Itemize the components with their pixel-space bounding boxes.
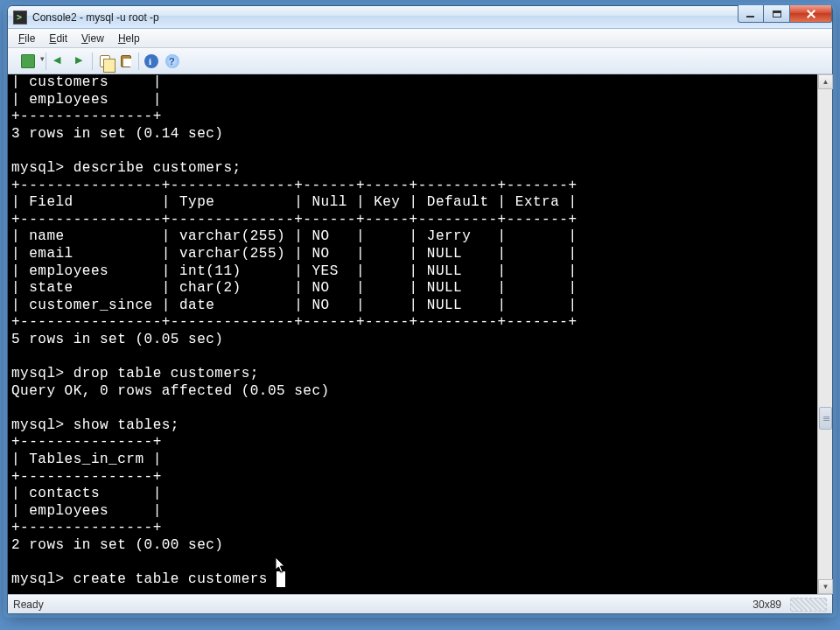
menubar: File Edit View Help (8, 29, 832, 48)
copy-icon (100, 55, 110, 67)
close-button[interactable] (790, 5, 832, 23)
paste-button[interactable] (116, 52, 136, 71)
maximize-button[interactable] (764, 5, 790, 23)
status-text: Ready (13, 598, 44, 611)
menu-help[interactable]: Help (111, 31, 147, 46)
menu-edit-label: dit (56, 32, 67, 45)
minimize-icon (746, 10, 756, 18)
app-window: Console2 - mysql -u root -p File Edit Vi… (7, 5, 833, 614)
menu-edit[interactable]: Edit (42, 31, 74, 46)
newtab-button[interactable] (13, 52, 43, 71)
toolbar (8, 48, 832, 74)
toolbar-separator (92, 52, 93, 70)
next-button[interactable] (70, 52, 89, 71)
app-icon (13, 10, 27, 24)
resize-grip-icon[interactable] (790, 598, 827, 612)
minimize-button[interactable] (738, 5, 764, 23)
paste-icon (121, 55, 131, 67)
menu-view-label: iew (88, 32, 104, 45)
status-right: 30x89 (752, 598, 827, 612)
window-title: Console2 - mysql -u root -p (32, 11, 159, 24)
menu-file-label: ile (24, 32, 35, 45)
arrow-left-icon (52, 54, 66, 68)
terminal[interactable]: | customers | | employees | +-----------… (8, 74, 817, 594)
menu-file[interactable]: File (11, 31, 42, 46)
info-icon (144, 54, 158, 68)
close-icon (806, 10, 816, 18)
status-dims: 30x89 (752, 598, 781, 611)
toolbar-separator (138, 52, 139, 70)
scroll-down-button[interactable]: ▼ (818, 579, 833, 594)
titlebar[interactable]: Console2 - mysql -u root -p (8, 6, 832, 29)
menu-view[interactable]: View (74, 31, 111, 46)
scroll-up-button[interactable]: ▲ (818, 74, 833, 89)
copy-button[interactable] (95, 52, 115, 71)
scroll-thumb[interactable] (819, 407, 832, 430)
menu-help-label: elp (126, 32, 140, 45)
toolbar-separator (46, 52, 46, 70)
help-button[interactable] (163, 52, 182, 71)
scrollbar[interactable]: ▲ ▼ (817, 74, 832, 594)
statusbar: Ready 30x89 (8, 594, 832, 613)
maximize-icon (773, 10, 781, 18)
help-icon (165, 54, 179, 68)
arrow-right-icon (73, 54, 87, 68)
terminal-container: | customers | | employees | +-----------… (8, 74, 832, 594)
info-button[interactable] (142, 52, 161, 71)
prev-button[interactable] (49, 52, 68, 71)
window-controls (738, 5, 832, 23)
newtab-icon (21, 54, 35, 68)
